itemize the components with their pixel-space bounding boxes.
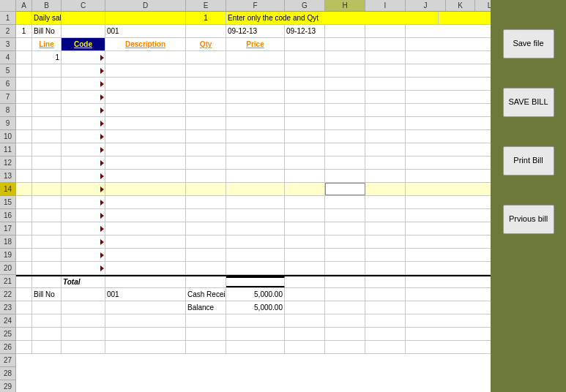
row-num-8: 8 [0, 104, 16, 117]
cell-5f[interactable] [226, 64, 285, 77]
col-header-c: C [62, 0, 105, 11]
table-row-total: Total [16, 275, 491, 288]
row-num-6: 6 [0, 78, 16, 91]
cell-5g[interactable] [285, 64, 325, 77]
cell-3a[interactable] [16, 38, 32, 50]
spreadsheet-body: 1 2 3 4 5 6 7 8 9 10 11 12 13 14 15 16 1… [0, 12, 491, 392]
row-num-23: 23 [0, 301, 16, 314]
row-num-15: 15 [0, 196, 16, 209]
cell-3i[interactable] [365, 38, 406, 50]
cell-5c[interactable] [62, 64, 105, 77]
table-row [16, 196, 491, 209]
col-header-k: K [446, 0, 475, 11]
cell-23f-balance-val[interactable]: 5,000.00 [226, 301, 285, 314]
cell-22b[interactable]: Bill No [32, 288, 62, 301]
cell-1f[interactable]: Enter only the code and Qyt [226, 12, 439, 24]
cell-1c[interactable] [62, 12, 105, 24]
table-row [16, 235, 491, 249]
cell-2f[interactable]: 09-12-13 [226, 25, 285, 37]
col-header-l: L [475, 0, 491, 11]
cell-3b-line[interactable]: Line [32, 38, 62, 50]
cell-4a[interactable] [16, 51, 32, 64]
cell-2e[interactable] [186, 25, 226, 37]
cell-5e[interactable] [186, 64, 226, 77]
cell-1-extra[interactable] [439, 12, 491, 24]
table-row [16, 209, 491, 222]
cell-21c-total[interactable]: Total [62, 276, 105, 287]
cell-3h[interactable] [325, 38, 365, 50]
table-row [16, 78, 491, 91]
row-num-10: 10 [0, 130, 16, 143]
col-header-h: H [325, 0, 365, 11]
row-num-25: 25 [0, 328, 16, 341]
cell-3e-qty[interactable]: Qty [186, 38, 226, 50]
cell-4b[interactable]: 1 [32, 51, 62, 64]
cell-23e-balance[interactable]: Balance [186, 301, 226, 314]
row-num-17: 17 [0, 222, 16, 235]
table-row [16, 328, 491, 341]
col-header-d: D [105, 0, 186, 11]
cell-4d[interactable] [105, 51, 186, 64]
table-row [16, 314, 491, 328]
save-bill-button[interactable]: SAVE BILL [503, 88, 554, 117]
table-row-balance: Balance 5,000.00 [16, 301, 491, 314]
cell-5d[interactable] [105, 64, 186, 77]
row-num-20: 20 [0, 262, 16, 275]
cell-1a[interactable] [16, 12, 32, 24]
cell-5b[interactable] [32, 64, 62, 77]
print-bill-button[interactable]: Print Bill [503, 146, 554, 176]
cell-1d[interactable] [105, 12, 186, 24]
cell-2i[interactable] [365, 25, 406, 37]
cell-14h-selected[interactable] [325, 183, 365, 195]
row-num-5: 5 [0, 64, 16, 78]
cell-4e[interactable] [186, 51, 226, 64]
cell-2g[interactable]: 09-12-13 [285, 25, 325, 37]
cell-3f-price[interactable]: Price [226, 38, 285, 50]
cell-5a[interactable] [16, 64, 32, 77]
cell-22f[interactable]: 5,000.00 [226, 288, 285, 301]
table-row [16, 64, 491, 78]
row-num-24: 24 [0, 314, 16, 328]
cell-5i[interactable] [365, 64, 406, 77]
cell-2d[interactable]: 001 [105, 25, 186, 37]
table-row [16, 341, 491, 354]
table-row [16, 170, 491, 183]
cell-22d[interactable]: 001 [105, 288, 186, 301]
cell-2b[interactable]: Bill No [32, 25, 62, 37]
cell-4g[interactable] [285, 51, 325, 64]
table-row-active [16, 183, 491, 196]
cell-3d-desc[interactable]: Description [105, 38, 186, 50]
cell-4i[interactable] [365, 51, 406, 64]
table-row: Daily sales Record r 1 Enter only the co… [16, 12, 491, 25]
save-file-button[interactable]: Save file [503, 29, 554, 59]
corner-cell [0, 0, 16, 12]
row-num-16: 16 [0, 209, 16, 222]
row-num-19: 19 [0, 249, 16, 262]
cell-22e[interactable]: Cash Received [186, 288, 226, 301]
col-header-j: J [406, 0, 446, 11]
table-row [16, 130, 491, 143]
cell-2c[interactable] [62, 25, 105, 37]
column-headers: A B C D E F G H I J K L [0, 0, 491, 12]
cell-2h[interactable] [325, 25, 365, 37]
row-num-13: 13 [0, 170, 16, 183]
row-num-9: 9 [0, 117, 16, 130]
cell-1b[interactable]: Daily sales Record r [32, 12, 62, 24]
cell-4h[interactable] [325, 51, 365, 64]
table-row: 1 Bill No 001 09-12-13 09-12-13 [16, 25, 491, 38]
cell-4f[interactable] [226, 51, 285, 64]
cell-3c-code[interactable]: Code [62, 38, 105, 50]
table-row [16, 117, 491, 130]
col-header-a: A [16, 0, 32, 11]
table-row [16, 262, 491, 275]
table-row [16, 249, 491, 262]
previous-bill-button[interactable]: Prvious bill [503, 205, 554, 234]
cell-2a[interactable]: 1 [16, 25, 32, 37]
row-num-27: 27 [0, 354, 16, 367]
row-num-28: 28 [0, 367, 16, 380]
cell-5h[interactable] [325, 64, 365, 77]
row-num-2: 2 [0, 25, 16, 38]
cell-3g[interactable] [285, 38, 325, 50]
cell-4c[interactable] [62, 51, 105, 64]
cell-1e[interactable]: 1 [186, 12, 226, 24]
